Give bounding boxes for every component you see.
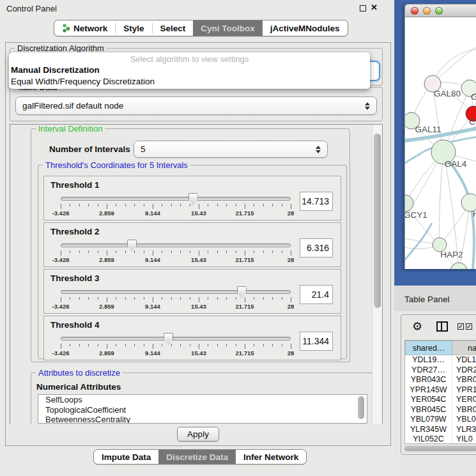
numerical-attributes-label: Numerical Attributes bbox=[36, 382, 121, 392]
column-header-name[interactable]: na bbox=[452, 341, 476, 355]
table-row[interactable]: YPR145WYPR1 bbox=[405, 385, 476, 395]
tick-mark bbox=[125, 250, 126, 253]
scrollbar-thumb[interactable] bbox=[374, 134, 381, 308]
tab-impute-data[interactable]: Impute Data bbox=[94, 450, 158, 464]
tab-discretize-data[interactable]: Discretize Data bbox=[158, 450, 236, 464]
table-row[interactable]: YIL052CYIL0 bbox=[405, 434, 476, 444]
traffic-light-minimize-icon[interactable] bbox=[423, 7, 431, 15]
node-label[interactable]: GAL4 bbox=[445, 159, 467, 169]
node-attribute-table[interactable]: shared… na YDL19…YDL1YDR27…YDR2YBR043CYB… bbox=[404, 340, 476, 444]
scrollbar-thumb[interactable] bbox=[358, 396, 364, 419]
tab-label: Cyni Toolbox bbox=[201, 24, 255, 33]
tab-jactivemnodules[interactable]: jActiveMNodules bbox=[263, 20, 348, 36]
tick-mark bbox=[208, 344, 208, 346]
tick-mark bbox=[79, 250, 80, 253]
tick-label: 15.43 bbox=[191, 210, 206, 217]
tick-mark bbox=[116, 250, 116, 253]
dropdown-item[interactable]: Equal Width/Frequency Discretization bbox=[9, 75, 370, 87]
tab-select[interactable]: Select bbox=[153, 20, 194, 36]
cell-shared-name: YLR345W bbox=[405, 425, 452, 435]
traffic-light-zoom-icon[interactable] bbox=[435, 7, 443, 15]
settings-vertical-scrollbar[interactable] bbox=[372, 125, 382, 424]
node-label[interactable]: H bbox=[473, 209, 476, 219]
tab-style[interactable]: Style bbox=[116, 20, 151, 36]
columns-icon[interactable] bbox=[436, 321, 448, 332]
tick-mark bbox=[107, 204, 107, 209]
tick-label: -3.426 bbox=[52, 303, 70, 310]
tick-mark bbox=[125, 297, 126, 300]
tick-mark bbox=[254, 204, 254, 206]
tick-label: 2.859 bbox=[99, 256, 114, 263]
node-label[interactable]: GAL80 bbox=[434, 89, 461, 98]
slider-track[interactable] bbox=[61, 197, 291, 201]
node-label[interactable]: HAP2 bbox=[440, 250, 463, 259]
apply-button[interactable]: Apply bbox=[177, 427, 219, 441]
table-row[interactable]: YLR345WYLR3 bbox=[405, 425, 476, 435]
cell-name: YIL0 bbox=[452, 434, 476, 444]
threshold-value-field[interactable]: 14.713 bbox=[300, 192, 333, 211]
numerical-attributes-list[interactable]: SelfLoopsTopologicalCoefficientBetweenne… bbox=[38, 394, 367, 424]
tick-label: 2.859 bbox=[99, 210, 114, 217]
cell-shared-name: YDL19… bbox=[405, 355, 452, 365]
node-label[interactable]: GCY1 bbox=[405, 210, 427, 220]
tick-label: 2.859 bbox=[99, 303, 114, 310]
table-row[interactable]: YBR045CYBR0 bbox=[405, 405, 476, 415]
column-header-shared-name[interactable]: shared… bbox=[405, 341, 452, 355]
slider-ticks bbox=[61, 342, 291, 349]
tick-label: 9.144 bbox=[145, 256, 160, 263]
settings-scroll-pane: Interval Definition Number of Intervals … bbox=[10, 124, 383, 424]
slider-track[interactable] bbox=[61, 243, 291, 247]
tick-mark bbox=[236, 204, 236, 206]
number-of-intervals-combobox[interactable]: 5 bbox=[134, 141, 328, 158]
attribute-list-scrollbar[interactable] bbox=[358, 396, 365, 422]
network-canvas[interactable]: GAL80GACGAL11GAL4GCY1HHAP2 bbox=[404, 17, 476, 269]
tick-mark bbox=[144, 204, 144, 206]
node-label[interactable]: C bbox=[469, 117, 475, 127]
cell-shared-name: YPR145W bbox=[405, 385, 452, 395]
table-row[interactable]: YDL19…YDL1 bbox=[405, 355, 476, 365]
scrollbar-thumb[interactable] bbox=[404, 446, 476, 451]
tick-mark bbox=[116, 344, 116, 346]
tab-infer-network[interactable]: Infer Network bbox=[236, 450, 306, 464]
GCY1-node[interactable] bbox=[405, 195, 413, 211]
interval-definition-group: Interval Definition Number of Intervals … bbox=[31, 128, 350, 362]
checkbox-icon[interactable]: ✓ bbox=[457, 323, 464, 330]
slider-track[interactable] bbox=[61, 337, 291, 341]
threshold-panel-4: Threshold 4-3.4262.8599.14415.4321.71528… bbox=[43, 316, 341, 360]
node-label[interactable]: GA bbox=[471, 92, 476, 102]
tick-label: 28 bbox=[288, 303, 295, 310]
dropdown-item[interactable]: Manual Discretization bbox=[9, 64, 370, 75]
interval-group-title: Interval Definition bbox=[36, 124, 105, 134]
control-panel-titlebar: Control Panel ✕ bbox=[0, 0, 394, 17]
tick-mark bbox=[70, 344, 70, 346]
tab-network[interactable]: Network bbox=[54, 20, 115, 36]
traffic-light-close-icon[interactable] bbox=[411, 7, 418, 15]
threshold-value-field[interactable]: 11.344 bbox=[300, 332, 333, 351]
close-icon[interactable]: ✕ bbox=[371, 3, 378, 12]
attribute-list-item[interactable]: SelfLoops bbox=[38, 395, 367, 405]
table-row[interactable]: YER054CYER0 bbox=[405, 395, 476, 405]
threshold-value-field[interactable]: 6.316 bbox=[300, 238, 333, 257]
attribute-list-item[interactable]: TopologicalCoefficient bbox=[38, 405, 367, 415]
threshold-value-field[interactable]: 21.4 bbox=[300, 285, 333, 304]
table-row[interactable]: YBL079WYBL0 bbox=[405, 415, 476, 425]
tick-label: 15.43 bbox=[191, 303, 206, 310]
table-row[interactable]: YBR043CYBR0 bbox=[405, 375, 476, 385]
tick-mark bbox=[236, 250, 236, 253]
table-row[interactable]: YDR27…YDR2 bbox=[405, 365, 476, 376]
table-data-combobox[interactable]: galFiltered.sif default node bbox=[15, 96, 377, 115]
tick-mark bbox=[162, 344, 162, 346]
float-window-icon[interactable] bbox=[360, 5, 366, 12]
threshold-slider-row: -3.4262.8599.14415.4321.7152811.344 bbox=[44, 330, 341, 358]
node-label[interactable]: GAL11 bbox=[415, 125, 441, 134]
tab-cyni-toolbox[interactable]: Cyni Toolbox bbox=[193, 20, 263, 36]
tick-mark bbox=[144, 344, 144, 346]
table-horizontal-scrollbar[interactable] bbox=[404, 445, 476, 452]
node-bottom[interactable] bbox=[450, 263, 467, 269]
checkbox-icon[interactable]: ✓ bbox=[466, 323, 472, 330]
attribute-list-item[interactable]: BetweennessCentrality bbox=[38, 415, 367, 424]
tick-mark bbox=[208, 250, 208, 253]
gear-icon[interactable]: ⚙ bbox=[412, 319, 422, 334]
network-window-titlebar bbox=[404, 4, 476, 17]
slider-track[interactable] bbox=[61, 290, 291, 294]
